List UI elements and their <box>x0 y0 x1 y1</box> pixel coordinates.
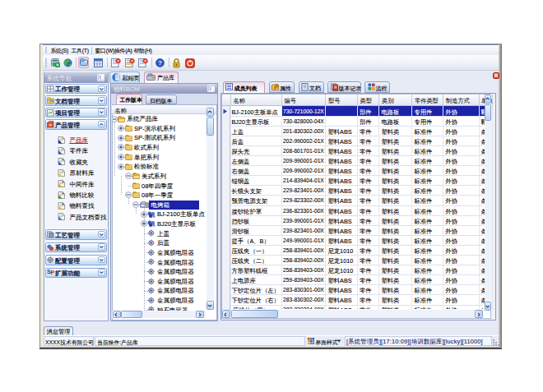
svg-text:?: ? <box>158 59 162 67</box>
